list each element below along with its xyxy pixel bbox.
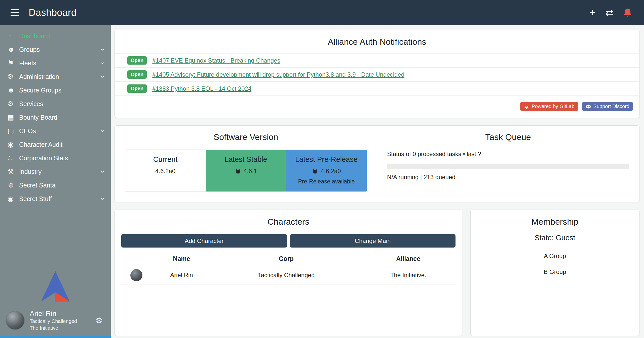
version-stable-value: 4.6.1: [244, 168, 257, 175]
add-character-button[interactable]: Add Character: [121, 234, 287, 248]
gitlab-icon: [524, 104, 529, 109]
navbar-actions: + ⇄: [589, 7, 632, 18]
sidebar-item-secure-groups[interactable]: ☻ Secure Groups: [0, 83, 111, 97]
page-title: Dashboard: [29, 7, 77, 18]
sidebar-nav: ◔ Dashboard ☻ Groups › ⚑ Fleets › ⚙ Admi…: [0, 29, 111, 206]
user-panel: Ariel Rin Tactically Challenged The Init…: [0, 305, 111, 336]
discord-icon: [586, 104, 591, 109]
sidebar-item-label: Corporation Stats: [19, 155, 68, 162]
menu-toggle-button[interactable]: [9, 6, 21, 19]
version-current: Current 4.6.2a0: [125, 150, 206, 191]
gitlab-badge[interactable]: Powered by GitLab: [520, 102, 578, 111]
sidebar-item-administration[interactable]: ⚙ Administration ›: [0, 70, 111, 83]
notifications-title: Alliance Auth Notifications: [115, 37, 639, 47]
character-switch-button[interactable]: ⇄: [605, 8, 613, 17]
list-item-group: B Group: [477, 264, 633, 280]
sidebar-item-label: Administration: [19, 73, 59, 80]
notification-row: Open #1405 Advisory: Future development …: [115, 68, 639, 82]
folder-icon: ▢: [8, 128, 19, 134]
sidebar-item-bounty-board[interactable]: ▤ Bounty Board: [0, 111, 111, 124]
gitlab-badge-label: Powered by GitLab: [532, 104, 574, 109]
user-corp: Tactically Challenged: [30, 318, 77, 325]
sidebar-item-label: Groups: [19, 46, 40, 53]
bottom-row: Characters Add Character Change Main Nam…: [115, 210, 639, 336]
status-card: Software Version Current 4.6.2a0 Latest …: [115, 125, 639, 202]
list-item-group: A Group: [477, 248, 633, 264]
column-header-alliance: Alliance: [361, 251, 456, 266]
sidebar-item-corporation-stats[interactable]: ∴ Corporation Stats: [0, 151, 111, 165]
sidebar-item-label: CEOs: [19, 127, 36, 135]
software-version-section: Software Version Current 4.6.2a0 Latest …: [115, 132, 377, 192]
column-header-name: Name: [151, 251, 212, 266]
chevron-down-icon: ›: [99, 198, 106, 200]
status-badge: Open: [127, 84, 147, 93]
gears-icon: ⚙: [8, 101, 19, 107]
sidebar-item-dashboard[interactable]: ◔ Dashboard: [0, 29, 111, 43]
sidebar-item-label: Secret Santa: [19, 182, 56, 189]
notifications-card: Alliance Auth Notifications Open #1407 E…: [115, 30, 639, 118]
board-icon: ▤: [8, 114, 19, 121]
membership-title: Membership: [477, 217, 633, 227]
briefcase-icon: ⚑: [8, 60, 19, 67]
alliance-logo: [0, 268, 111, 305]
user-info: Ariel Rin Tactically Challenged The Init…: [30, 309, 77, 331]
user-name: Ariel Rin: [30, 309, 77, 318]
sidebar-item-label: Fleets: [19, 60, 36, 67]
notification-row: Open #1383 Python 3.8 EOL - 14 Oct 2024: [115, 82, 639, 96]
character-avatar: [130, 269, 142, 281]
characters-actions: Add Character Change Main: [121, 234, 456, 248]
sidebar-item-groups[interactable]: ☻ Groups ›: [0, 43, 111, 56]
change-main-button[interactable]: Change Main: [290, 234, 456, 248]
user-icon: ☻: [8, 46, 19, 53]
notification-row: Open #1407 EVE Equinox Status - Breaking…: [115, 54, 639, 68]
column-header-corp: Corp: [212, 251, 361, 266]
characters-table: Name Corp Alliance Ariel Rin Tactically …: [121, 251, 456, 284]
sidebar-item-fleets[interactable]: ⚑ Fleets ›: [0, 56, 111, 70]
bell-icon: [623, 8, 632, 17]
notification-link[interactable]: #1407 EVE Equinox Status - Breaking Chan…: [152, 57, 280, 64]
character-alliance: The Initiative.: [361, 266, 456, 284]
sidebar-bottom-strip: [0, 336, 111, 338]
version-boxes: Current 4.6.2a0 Latest Stable 4.6.1: [125, 150, 367, 192]
notification-link[interactable]: #1405 Advisory: Future development will …: [152, 71, 404, 78]
cat-icon: [312, 168, 318, 174]
user-settings-button[interactable]: ⚙: [94, 315, 104, 325]
hamburger-icon: [11, 9, 19, 16]
character-corp: Tactically Challenged: [212, 266, 361, 284]
sidebar-item-ceos[interactable]: ▢ CEOs ›: [0, 124, 111, 138]
version-prerelease-label: Latest Pre-Release: [289, 155, 364, 164]
sidebar-item-secret-santa[interactable]: ☃ Secret Santa: [0, 178, 111, 192]
sidebar-item-label: Secure Groups: [19, 87, 61, 94]
status-badge: Open: [127, 70, 147, 79]
sidebar-item-label: Character Audit: [19, 141, 62, 148]
version-prerelease-value: 4.6.2a0: [321, 168, 341, 175]
chevron-down-icon: ›: [99, 76, 106, 78]
avatar: [6, 311, 25, 330]
top-navbar: Dashboard + ⇄: [0, 0, 644, 25]
notifications-list: Open #1407 EVE Equinox Status - Breaking…: [115, 53, 639, 96]
column-header-portrait: [121, 251, 151, 266]
add-button[interactable]: +: [589, 7, 596, 18]
sidebar-item-label: Secret Stuff: [19, 195, 52, 203]
task-queue-progressbar: [387, 164, 629, 169]
sidebar-item-secret-stuff[interactable]: ◉ Secret Stuff ›: [0, 192, 111, 206]
sidebar-item-character-audit[interactable]: ◉ Character Audit: [0, 138, 111, 151]
characters-card: Characters Add Character Change Main Nam…: [115, 210, 462, 336]
shuffle-icon: ⇄: [605, 7, 613, 18]
sidebar-item-label: Services: [19, 100, 43, 108]
users-icon: ☻: [8, 87, 19, 94]
main-content: Alliance Auth Notifications Open #1407 E…: [111, 25, 644, 338]
discord-badge[interactable]: Support Discord: [582, 102, 633, 111]
sidebar-item-industry[interactable]: ⚒ Industry ›: [0, 165, 111, 178]
sidebar-item-label: Dashboard: [19, 32, 50, 40]
notification-link[interactable]: #1383 Python 3.8 EOL - 14 Oct 2024: [152, 85, 251, 92]
task-queue-section: Task Queue Status of 0 processed tasks •…: [377, 132, 639, 192]
sidebar-item-services[interactable]: ⚙ Services: [0, 97, 111, 111]
eye-icon: ◉: [8, 141, 19, 148]
version-current-label: Current: [128, 155, 203, 164]
gears-icon: ⚙: [8, 73, 19, 80]
plus-icon: +: [589, 6, 596, 19]
notifications-button[interactable]: [623, 8, 632, 17]
sidebar-item-label: Bounty Board: [19, 114, 57, 121]
speedometer-icon: ◔: [8, 33, 19, 39]
